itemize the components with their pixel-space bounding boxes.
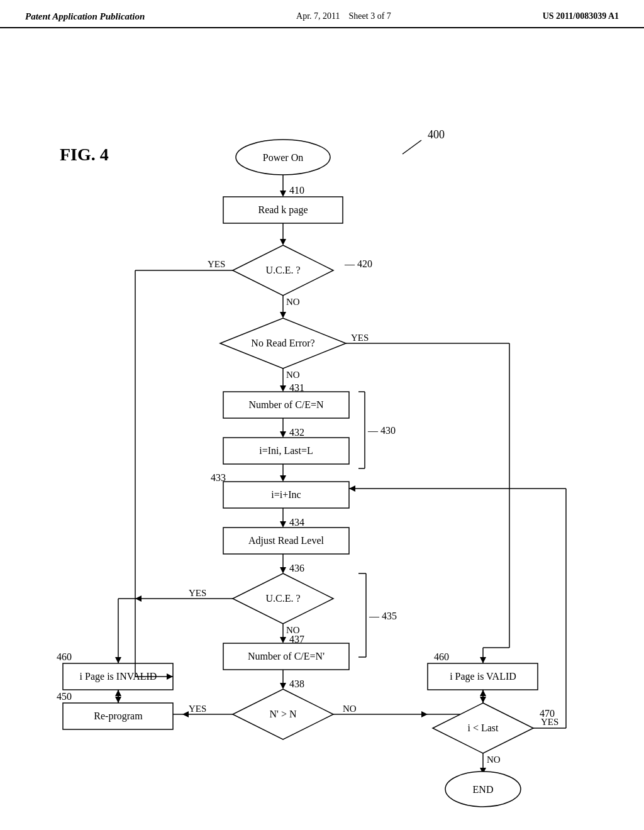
svg-marker-45 bbox=[115, 697, 121, 703]
ref-432: 432 bbox=[289, 427, 304, 438]
svg-marker-22 bbox=[280, 521, 286, 528]
svg-marker-2 bbox=[280, 191, 286, 197]
uce1-yes-label: YES bbox=[208, 259, 225, 269]
ref-435: — 435 bbox=[369, 611, 397, 621]
svg-line-0 bbox=[402, 140, 421, 154]
fig-label: FIG. 4 bbox=[60, 145, 109, 164]
no-read-error-label: No Read Error? bbox=[251, 338, 314, 348]
reprogram-label: Re-program bbox=[94, 711, 143, 722]
diagram-area: FIG. 4 400 Power On 410 Read k page U.C.… bbox=[0, 28, 644, 814]
ref-400: 400 bbox=[428, 128, 445, 141]
flowchart-svg: FIG. 4 400 Power On 410 Read k page U.C.… bbox=[0, 28, 644, 814]
svg-marker-35 bbox=[182, 711, 189, 717]
ref-460-left: 460 bbox=[57, 651, 72, 662]
n-gt-n-yes-label: YES bbox=[189, 704, 206, 714]
svg-marker-19 bbox=[280, 475, 286, 482]
svg-marker-8 bbox=[280, 312, 286, 318]
uce1-no-label: NO bbox=[286, 297, 300, 307]
svg-marker-37 bbox=[421, 711, 428, 717]
ref-450: 450 bbox=[57, 691, 72, 702]
publication-title: Patent Application Publication bbox=[25, 11, 145, 22]
ref-410: 410 bbox=[289, 185, 304, 196]
svg-marker-33 bbox=[280, 683, 286, 689]
svg-marker-4 bbox=[280, 239, 286, 245]
date-sheet: Apr. 7, 2011 Sheet 3 of 7 bbox=[296, 11, 391, 21]
ref-434: 434 bbox=[289, 517, 304, 528]
svg-marker-58 bbox=[349, 485, 355, 492]
svg-marker-40 bbox=[115, 657, 121, 663]
i-lt-last-no-label: NO bbox=[487, 755, 501, 765]
i-ini-label: i=Ini, Last=L bbox=[259, 445, 313, 456]
i-inc-label: i=i+Inc bbox=[271, 489, 301, 500]
svg-marker-26 bbox=[135, 595, 142, 602]
num-ce-n-label: Number of C/E=N bbox=[248, 399, 324, 410]
nre-no-label: NO bbox=[286, 370, 300, 380]
svg-marker-54 bbox=[480, 697, 486, 703]
n-gt-n-label: N' > N bbox=[269, 709, 296, 719]
patent-number: US 2011/0083039 A1 bbox=[543, 11, 619, 21]
svg-marker-31 bbox=[280, 637, 286, 643]
svg-marker-24 bbox=[280, 567, 286, 573]
uce1-label: U.C.E. ? bbox=[265, 265, 300, 275]
svg-marker-12 bbox=[280, 385, 286, 392]
i-lt-last-label: i < Last bbox=[467, 722, 499, 733]
i-page-valid-label: i Page is VALID bbox=[450, 671, 516, 682]
i-lt-last-yes-label: YES bbox=[541, 717, 558, 727]
power-on-label: Power On bbox=[263, 152, 303, 163]
ref-430: — 430 bbox=[367, 425, 396, 436]
ref-438: 438 bbox=[289, 678, 304, 689]
svg-marker-17 bbox=[280, 431, 286, 438]
end-label: END bbox=[473, 784, 494, 795]
uce2-yes-label: YES bbox=[189, 588, 206, 598]
n-gt-n-no-label: NO bbox=[343, 704, 357, 714]
ref-460-right: 460 bbox=[434, 651, 449, 662]
page-header: Patent Application Publication Apr. 7, 2… bbox=[0, 0, 644, 28]
adjust-read-label: Adjust Read Level bbox=[248, 535, 325, 546]
read-k-page-label: Read k page bbox=[258, 204, 308, 216]
ref-436: 436 bbox=[289, 563, 304, 573]
uce2-label: U.C.E. ? bbox=[265, 593, 300, 604]
svg-marker-49 bbox=[480, 657, 486, 663]
ref-420: — 420 bbox=[344, 258, 372, 269]
nre-yes-label: YES bbox=[351, 333, 369, 343]
num-ce-n2-label: Number of C/E=N' bbox=[248, 651, 325, 661]
